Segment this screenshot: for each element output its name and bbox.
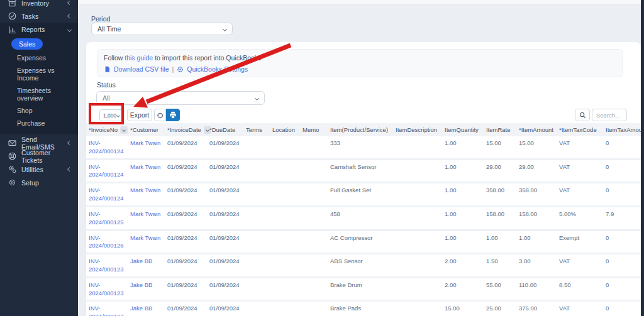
table-row: INV-2024/000123Jake BB01/09/202401/09/20… — [86, 302, 641, 316]
sidebar-subitem-expenses-vs-income[interactable]: Expenses vs Income — [0, 64, 78, 84]
column-header-item_tax_code[interactable]: *ItemTaxCode — [557, 123, 603, 136]
column-header-location[interactable]: Location — [270, 123, 300, 136]
cell-item_quantity: 1.00 — [442, 136, 484, 158]
column-header-memo[interactable]: Memo — [300, 123, 328, 136]
table-header-row: *InvoiceNo*Customer*InvoiceDate*DueDateT… — [86, 123, 641, 136]
cell-item: 333 — [328, 136, 393, 158]
cell-invoice_no[interactable]: INV-2024/000123 — [86, 254, 128, 276]
active-page-pill: Sales — [11, 38, 43, 50]
column-header-item_rate[interactable]: ItemRate — [484, 123, 516, 136]
setup-icon — [8, 178, 16, 187]
cell-item_description — [393, 231, 442, 253]
cell-due_date: 01/09/2024 — [207, 207, 243, 229]
sidebar-item-utilities[interactable]: Utilities — [0, 163, 78, 176]
cell-item_amount: 29.00 — [516, 160, 557, 182]
sidebar-subitem-sales[interactable]: Sales — [0, 36, 78, 52]
column-header-item[interactable]: Item(Product/Service) — [328, 123, 393, 136]
email-icon — [8, 139, 16, 148]
cell-item: ABS Sensor — [328, 254, 393, 276]
export-button[interactable]: Export — [127, 109, 152, 121]
sidebar-item-send-email-sms[interactable]: Send Email/SMS — [0, 136, 78, 150]
reports-expanded-section: Reports Sales Expenses Expenses vs Incom… — [0, 23, 78, 134]
refresh-button[interactable] — [154, 109, 166, 121]
cell-invoice_no[interactable]: INV-2024/000125 — [86, 207, 128, 229]
sidebar-item-label: Inventory — [21, 0, 68, 7]
column-header-customer[interactable]: *Customer — [128, 123, 165, 136]
sidebar-item-label: Reports — [21, 26, 68, 33]
cell-location — [270, 254, 300, 276]
cell-location — [270, 183, 300, 205]
table-row: INV-2024/000125Mark Twain01/09/202401/09… — [86, 207, 641, 231]
cell-customer[interactable]: Mark Twain — [128, 207, 165, 229]
sidebar-item-reports[interactable]: Reports — [0, 23, 78, 36]
cell-customer[interactable]: Mark Twain — [128, 183, 165, 205]
cell-item_amount: 3.00 — [516, 254, 557, 276]
cell-item_tax_code: VAT — [557, 136, 603, 158]
cell-item_tax_code: Exempt — [557, 231, 603, 253]
cell-due_date: 01/09/2024 — [207, 302, 243, 316]
cell-location — [270, 207, 300, 229]
cell-item_quantity: 1.00 — [442, 207, 484, 229]
cell-invoice_no[interactable]: INV-2024/000124 — [86, 183, 128, 205]
sidebar-subitem-timesheets-overview[interactable]: Timesheets overview — [0, 84, 78, 104]
cell-item_amount: 15.00 — [516, 136, 557, 158]
cell-invoice_date: 01/09/2024 — [165, 183, 207, 205]
sidebar-item-setup[interactable]: Setup — [0, 176, 78, 189]
cell-item_tax_code: VAT — [557, 254, 603, 276]
cell-invoice_no[interactable]: INV-2024/000126 — [86, 231, 128, 253]
cell-customer[interactable]: Jake BB — [128, 302, 165, 316]
cell-item: Full Gasket Set — [328, 183, 393, 205]
cell-memo — [300, 231, 328, 253]
cell-item_amount: 110.00 — [516, 278, 557, 300]
search-button[interactable] — [575, 109, 590, 121]
cell-invoice_no[interactable]: INV-2024/000123 — [86, 278, 128, 300]
cell-terms — [243, 183, 270, 205]
period-select[interactable]: All Time — [91, 23, 233, 35]
cell-customer[interactable]: Jake BB — [128, 278, 165, 300]
chevron-left-icon — [67, 141, 72, 145]
cell-terms — [243, 254, 270, 276]
cell-item_rate: 1.50 — [484, 254, 516, 276]
cell-customer[interactable]: Mark Twain — [128, 160, 165, 182]
column-header-item_quantity[interactable]: ItemQuantity — [442, 123, 484, 136]
column-header-terms[interactable]: Terms — [243, 123, 270, 136]
cell-customer[interactable]: Mark Twain — [128, 136, 165, 158]
cell-memo — [300, 160, 328, 182]
cell-memo — [300, 254, 328, 276]
cell-item_rate: 1.00 — [484, 231, 516, 253]
search-input[interactable] — [592, 109, 627, 121]
cell-customer[interactable]: Mark Twain — [128, 231, 165, 253]
sidebar-item-tasks[interactable]: Tasks — [0, 9, 78, 23]
sidebar-item-inventory[interactable]: Inventory — [0, 0, 78, 9]
column-header-invoice_no[interactable]: *InvoiceNo — [86, 123, 128, 136]
cell-location — [270, 302, 300, 316]
scrollbar[interactable] — [641, 0, 644, 316]
cell-invoice_no[interactable]: INV-2024/000124 — [86, 160, 128, 182]
cell-item_description — [393, 302, 442, 316]
guide-link[interactable]: this guide — [125, 54, 153, 62]
download-csv-link[interactable]: Download CSV file — [114, 65, 169, 73]
column-header-due_date[interactable]: *DueDate — [207, 123, 243, 136]
cell-item_quantity: 1.00 — [442, 183, 484, 205]
cell-item_description — [393, 183, 442, 205]
column-header-invoice_date[interactable]: *InvoiceDate — [165, 123, 207, 136]
print-button[interactable] — [166, 109, 180, 121]
column-header-item_tax_amount[interactable]: ItemTaxAmount — [603, 123, 641, 136]
topbar-edge — [78, 0, 644, 5]
cell-item_description — [393, 160, 442, 182]
column-header-item_amount[interactable]: *ItemAmount — [516, 123, 557, 136]
sidebar-item-customer-tickets[interactable]: Customer Tickets — [0, 150, 78, 163]
sidebar-subitem-purchase[interactable]: Purchase — [0, 117, 78, 129]
cell-customer[interactable]: Jake BB — [128, 254, 165, 276]
sidebar-subitem-shop[interactable]: Shop — [0, 104, 78, 117]
cell-item_quantity: 1.00 — [442, 231, 484, 253]
cell-invoice_no[interactable]: INV-2024/000124 — [86, 136, 128, 158]
sidebar-subitem-expenses[interactable]: Expenses — [0, 52, 78, 64]
column-header-item_description[interactable]: ItemDescription — [393, 123, 442, 136]
table-row: INV-2024/000124Mark Twain01/09/202401/09… — [86, 136, 641, 160]
cell-invoice_no[interactable]: INV-2024/000123 — [86, 302, 128, 316]
sort-dropdown-icon[interactable] — [120, 126, 128, 134]
cell-item_tax_amount: 0 — [603, 136, 641, 158]
quickbooks-settings-link[interactable]: QuickBooks Settings — [187, 65, 248, 73]
cell-item_amount: 358.00 — [516, 183, 557, 205]
